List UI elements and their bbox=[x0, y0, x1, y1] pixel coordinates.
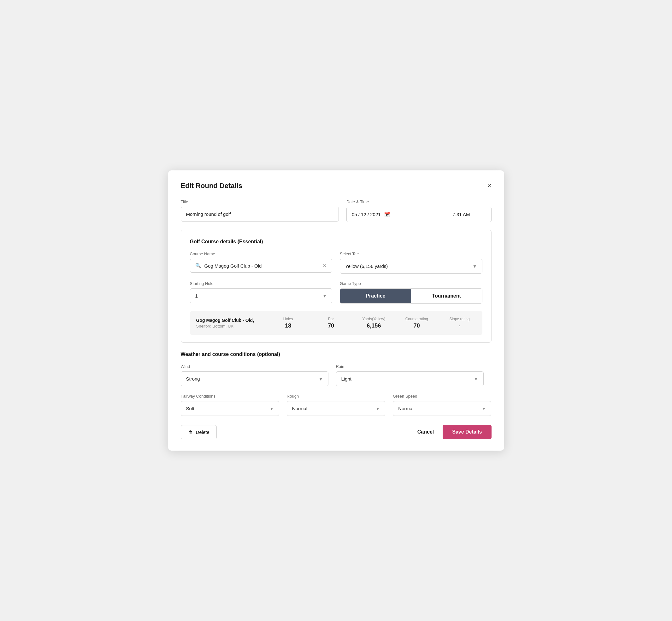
holes-value: 18 bbox=[285, 323, 291, 329]
modal-title: Edit Round Details bbox=[181, 182, 243, 190]
rain-value: Light bbox=[341, 376, 474, 381]
chevron-down-icon-green: ▼ bbox=[482, 406, 486, 411]
course-info-box: Gog Magog Golf Club - Old, Shelford Bott… bbox=[190, 311, 482, 335]
select-tee-dropdown[interactable]: Yellow (6,156 yards) ▼ bbox=[340, 259, 482, 274]
game-type-label: Game Type bbox=[340, 281, 482, 286]
select-tee-label: Select Tee bbox=[340, 251, 482, 256]
search-icon: 🔍 bbox=[195, 263, 201, 268]
starting-hole-dropdown[interactable]: 1 ▼ bbox=[190, 288, 333, 303]
date-value: 05 / 12 / 2021 bbox=[352, 212, 381, 217]
chevron-down-icon-wind: ▼ bbox=[319, 376, 323, 381]
game-type-toggle: Practice Tournament bbox=[340, 288, 482, 303]
spacer bbox=[491, 364, 492, 386]
course-stat-holes: Holes 18 bbox=[271, 317, 304, 329]
wind-dropdown[interactable]: Strong ▼ bbox=[181, 371, 328, 386]
footer-right: Cancel Save Details bbox=[417, 425, 492, 439]
wind-value: Strong bbox=[186, 376, 319, 381]
wind-label: Wind bbox=[181, 364, 328, 369]
close-button[interactable]: × bbox=[488, 182, 492, 189]
chevron-down-icon-hole: ▼ bbox=[323, 293, 327, 298]
course-stat-slope-rating: Slope rating - bbox=[443, 317, 476, 329]
green-speed-value: Normal bbox=[398, 406, 481, 411]
green-speed-group: Green Speed Normal ▼ bbox=[393, 394, 491, 416]
wind-rain-row: Wind Strong ▼ Rain Light ▼ bbox=[181, 364, 492, 386]
yards-label: Yards(Yellow) bbox=[363, 317, 385, 321]
datetime-group: Date & Time 05 / 12 / 2021 📅 7:31 AM bbox=[346, 199, 492, 222]
chevron-down-icon-rough: ▼ bbox=[375, 406, 380, 411]
course-info-name: Gog Magog Golf Club - Old, bbox=[196, 318, 262, 323]
golf-course-section: Golf Course details (Essential) Course N… bbox=[181, 230, 492, 343]
course-stat-yards: Yards(Yellow) 6,156 bbox=[358, 317, 390, 329]
game-type-group: Game Type Practice Tournament bbox=[340, 281, 482, 303]
datetime-label: Date & Time bbox=[346, 199, 492, 204]
course-stat-course-rating: Course rating 70 bbox=[401, 317, 433, 329]
course-name-label: Course Name bbox=[190, 251, 333, 256]
fairway-value: Soft bbox=[186, 406, 269, 411]
time-input[interactable]: 7:31 AM bbox=[431, 207, 491, 222]
calendar-icon: 📅 bbox=[384, 211, 390, 217]
slope-rating-value: - bbox=[459, 323, 461, 329]
title-label: Title bbox=[181, 199, 339, 204]
select-tee-group: Select Tee Yellow (6,156 yards) ▼ bbox=[340, 251, 482, 274]
date-time-inputs: 05 / 12 / 2021 📅 7:31 AM bbox=[346, 207, 492, 222]
starting-hole-label: Starting Hole bbox=[190, 281, 333, 286]
chevron-down-icon: ▼ bbox=[473, 264, 477, 269]
title-input[interactable] bbox=[181, 207, 339, 221]
yards-value: 6,156 bbox=[367, 323, 381, 329]
rain-group: Rain Light ▼ bbox=[336, 364, 484, 386]
rough-dropdown[interactable]: Normal ▼ bbox=[287, 401, 385, 416]
fairway-rough-green-row: Fairway Conditions Soft ▼ Rough Normal ▼… bbox=[181, 394, 492, 416]
par-label: Par bbox=[328, 317, 334, 321]
time-value: 7:31 AM bbox=[452, 212, 470, 217]
rough-value: Normal bbox=[292, 406, 375, 411]
delete-label: Delete bbox=[196, 429, 209, 435]
weather-section: Weather and course conditions (optional)… bbox=[181, 351, 492, 416]
green-speed-dropdown[interactable]: Normal ▼ bbox=[393, 401, 491, 416]
tournament-toggle-btn[interactable]: Tournament bbox=[411, 289, 482, 303]
weather-section-title: Weather and course conditions (optional) bbox=[181, 351, 492, 357]
course-rating-label: Course rating bbox=[406, 317, 428, 321]
course-stat-par: Par 70 bbox=[314, 317, 347, 329]
fairway-group: Fairway Conditions Soft ▼ bbox=[181, 394, 279, 416]
wind-group: Wind Strong ▼ bbox=[181, 364, 328, 386]
chevron-down-icon-rain: ▼ bbox=[474, 376, 478, 381]
course-name-input-wrap[interactable]: 🔍 ✕ bbox=[190, 259, 333, 273]
select-tee-value: Yellow (6,156 yards) bbox=[345, 263, 473, 269]
course-info-name-group: Gog Magog Golf Club - Old, Shelford Bott… bbox=[196, 318, 262, 329]
rough-label: Rough bbox=[287, 394, 385, 399]
rain-label: Rain bbox=[336, 364, 484, 369]
hole-gametype-row: Starting Hole 1 ▼ Game Type Practice Tou… bbox=[190, 281, 482, 303]
par-value: 70 bbox=[328, 323, 334, 329]
slope-rating-label: Slope rating bbox=[450, 317, 470, 321]
save-button[interactable]: Save Details bbox=[443, 425, 491, 439]
footer-row: 🗑 Delete Cancel Save Details bbox=[181, 425, 492, 439]
rain-dropdown[interactable]: Light ▼ bbox=[336, 371, 484, 386]
delete-button[interactable]: 🗑 Delete bbox=[181, 425, 217, 439]
rough-group: Rough Normal ▼ bbox=[287, 394, 385, 416]
golf-course-title: Golf Course details (Essential) bbox=[190, 239, 482, 245]
course-name-input[interactable] bbox=[204, 263, 320, 268]
starting-hole-value: 1 bbox=[195, 293, 323, 298]
course-info-location: Shelford Bottom, UK bbox=[196, 324, 262, 329]
practice-toggle-btn[interactable]: Practice bbox=[340, 289, 411, 303]
course-name-group: Course Name 🔍 ✕ bbox=[190, 251, 333, 274]
date-input[interactable]: 05 / 12 / 2021 📅 bbox=[346, 207, 432, 222]
course-tee-row: Course Name 🔍 ✕ Select Tee Yellow (6,156… bbox=[190, 251, 482, 274]
edit-round-modal: Edit Round Details × Title Date & Time 0… bbox=[168, 170, 504, 451]
trash-icon: 🗑 bbox=[188, 429, 193, 435]
fairway-dropdown[interactable]: Soft ▼ bbox=[181, 401, 279, 416]
title-group: Title bbox=[181, 199, 339, 222]
fairway-label: Fairway Conditions bbox=[181, 394, 279, 399]
modal-header: Edit Round Details × bbox=[181, 182, 492, 190]
cancel-button[interactable]: Cancel bbox=[417, 429, 434, 435]
holes-label: Holes bbox=[283, 317, 293, 321]
course-rating-value: 70 bbox=[414, 323, 420, 329]
title-datetime-row: Title Date & Time 05 / 12 / 2021 📅 7:31 … bbox=[181, 199, 492, 222]
chevron-down-icon-fairway: ▼ bbox=[269, 406, 274, 411]
clear-icon[interactable]: ✕ bbox=[323, 263, 327, 268]
green-speed-label: Green Speed bbox=[393, 394, 491, 399]
starting-hole-group: Starting Hole 1 ▼ bbox=[190, 281, 333, 303]
